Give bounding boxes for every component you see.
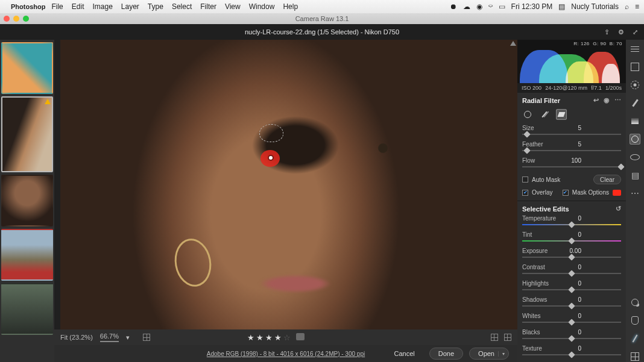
overlay-checkbox[interactable] [522, 190, 528, 196]
undo-icon[interactable]: ↩ [593, 96, 599, 104]
star-icon[interactable]: ★ [247, 333, 254, 342]
texture-slider[interactable] [522, 354, 621, 355]
share-icon[interactable]: ⇪ [604, 28, 610, 36]
shadows-value[interactable]: 0 [562, 296, 581, 303]
canvas[interactable] [54, 40, 517, 329]
thumbnail-1[interactable] [1, 42, 53, 94]
new-mask-icon[interactable] [522, 109, 533, 120]
blacks-value[interactable]: 0 [562, 329, 581, 335]
redeye-icon[interactable] [630, 152, 640, 163]
contrast-value[interactable]: 0 [562, 264, 581, 270]
more-icon[interactable]: ⋯ [614, 96, 621, 104]
contrast-slider[interactable] [522, 273, 621, 274]
open-button[interactable]: Open [469, 348, 509, 360]
clear-button[interactable]: Clear [593, 175, 621, 184]
status-dot-icon[interactable]: ◉ [476, 2, 482, 11]
highlights-slider[interactable] [522, 289, 621, 290]
size-value[interactable]: 5 [562, 125, 581, 131]
menu-file[interactable]: File [51, 2, 63, 11]
highlights-value[interactable]: 0 [562, 280, 581, 287]
spotlight-icon[interactable]: ⌕ [625, 2, 629, 11]
graduated-filter-icon[interactable] [630, 116, 640, 126]
rating-stars[interactable]: ★ ★ ★ ★ ☆ [247, 333, 305, 342]
texture-value[interactable]: 0 [562, 345, 581, 352]
histogram[interactable]: R: 126 G: 90 B: 70 [517, 40, 626, 83]
color-sampler-icon[interactable] [630, 333, 640, 344]
zoom-tool-icon[interactable] [630, 297, 640, 308]
reset-icon[interactable]: ↺ [616, 205, 621, 213]
menu-help[interactable]: Help [283, 2, 298, 11]
menu-window[interactable]: Window [249, 2, 275, 11]
mask-pin[interactable] [269, 156, 273, 160]
image-metadata[interactable]: Adobe RGB (1998) - 8 bit - 4016 x 6016 (… [207, 351, 365, 357]
flow-value[interactable]: 100 [562, 157, 581, 164]
radial-filter-icon[interactable] [630, 134, 640, 145]
mask-color-swatch[interactable] [613, 190, 621, 196]
adjustment-brush-icon[interactable] [630, 98, 640, 108]
menu-image[interactable]: Image [92, 2, 112, 11]
whites-value[interactable]: 0 [562, 313, 581, 319]
zoom-level[interactable]: 66.7% [100, 332, 119, 342]
star-icon[interactable]: ★ [256, 333, 264, 342]
star-off-icon[interactable]: ☆ [283, 333, 291, 342]
crop-icon[interactable] [630, 61, 640, 72]
thumbnail-2[interactable] [1, 96, 53, 172]
single-view-icon[interactable] [491, 334, 498, 341]
compare-icon[interactable] [143, 334, 150, 341]
more-tools-icon[interactable] [630, 188, 640, 199]
scroll-up-icon[interactable] [510, 41, 516, 46]
menu-layer[interactable]: Layer [121, 2, 139, 11]
menu-filter[interactable]: Filter [200, 2, 216, 11]
battery-icon[interactable]: ▭ [499, 2, 505, 11]
cc-icon[interactable]: ☁︎ [463, 2, 470, 11]
feather-slider[interactable] [522, 150, 621, 151]
thumbnail-4[interactable] [1, 229, 53, 281]
flow-slider[interactable] [522, 166, 621, 167]
gear-icon[interactable]: ⚙ [618, 28, 624, 36]
thumbnail-3[interactable] [1, 175, 53, 226]
app-name[interactable]: Photoshop [11, 3, 45, 10]
exposure-value[interactable]: 0.00 [562, 248, 581, 254]
zoom-dropdown-icon[interactable]: ▾ [126, 334, 130, 342]
feather-value[interactable]: 5 [562, 141, 581, 148]
menu-type[interactable]: Type [148, 2, 163, 11]
menu-view[interactable]: View [225, 2, 241, 11]
radial-filter-handle[interactable] [259, 124, 283, 142]
flag-icon[interactable]: ▤ [558, 2, 565, 11]
maskopts-checkbox[interactable] [563, 190, 569, 196]
erase-brush-icon[interactable] [556, 109, 567, 120]
blacks-slider[interactable] [522, 338, 621, 339]
wifi-icon[interactable]: ⌔ [488, 2, 493, 11]
color-label[interactable] [296, 333, 305, 340]
temperature-value[interactable]: 0 [562, 215, 581, 222]
star-icon[interactable]: ★ [265, 333, 273, 342]
expand-icon[interactable]: ⤢ [633, 28, 638, 36]
heal-icon[interactable] [630, 80, 640, 90]
clock[interactable]: Fri 12:30 PM [511, 2, 553, 11]
cancel-button[interactable]: Cancel [386, 348, 423, 360]
zoom-fit[interactable]: Fit (23.2%) [60, 334, 93, 341]
tint-slider[interactable] [522, 240, 621, 242]
presets-icon[interactable]: ▤ [630, 170, 640, 181]
shadows-slider[interactable] [522, 305, 621, 307]
hand-tool-icon[interactable] [630, 315, 640, 326]
whites-slider[interactable] [522, 322, 621, 323]
thumbnail-5[interactable] [1, 283, 53, 335]
split-view-icon[interactable] [504, 334, 511, 341]
minimize-window-icon[interactable] [13, 16, 19, 22]
menu-edit[interactable]: Edit [72, 2, 84, 11]
screen-record-icon[interactable]: ⏺ [450, 2, 457, 11]
visibility-icon[interactable]: ◉ [604, 96, 610, 104]
add-brush-icon[interactable] [539, 109, 550, 120]
user-name[interactable]: Nucly Tutorials [571, 2, 619, 11]
star-icon[interactable]: ★ [274, 333, 282, 342]
edit-icon[interactable] [630, 43, 640, 54]
menu-list-icon[interactable]: ≡ [635, 2, 639, 11]
menu-select[interactable]: Select [172, 2, 192, 11]
tint-value[interactable]: 0 [562, 231, 581, 238]
close-window-icon[interactable] [4, 16, 10, 22]
fullscreen-window-icon[interactable] [23, 16, 29, 22]
size-slider[interactable] [522, 134, 621, 135]
grid-toggle-icon[interactable] [630, 351, 640, 362]
exposure-slider[interactable] [522, 257, 621, 258]
